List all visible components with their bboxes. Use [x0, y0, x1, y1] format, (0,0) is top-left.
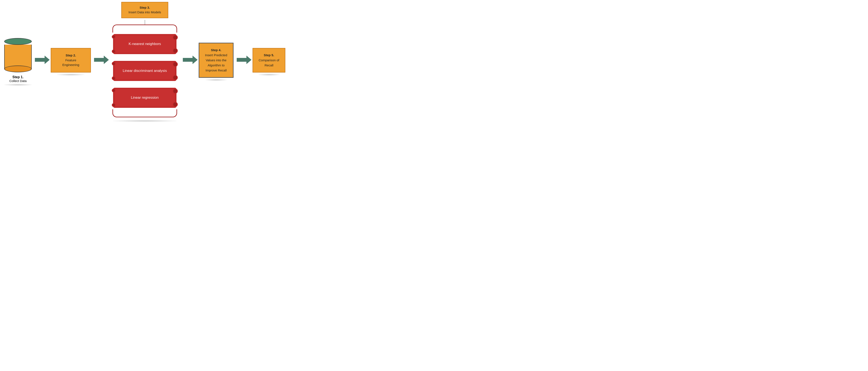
step3-num: Step 3. [128, 5, 161, 10]
connector-step3-scrolls [145, 20, 145, 25]
step3-box: Step 3. Insert Data into Models [121, 2, 168, 18]
diagram-container: Step 1. Collect Data Step 2. Feature Eng… [0, 0, 289, 124]
arrow1-head [44, 56, 50, 64]
scroll2-text: Linear discriminant analysis [123, 69, 167, 73]
scroll2-container: Linear discriminant analysis [113, 59, 177, 83]
main-flow: Step 1. Collect Data Step 2. Feature Eng… [0, 0, 289, 124]
center-column: Step 3. Insert Data into Models K-neares… [110, 2, 180, 122]
arrow2-head [104, 56, 109, 64]
scroll2-inner: Linear discriminant analysis [115, 62, 175, 80]
scrolls-shadow [113, 120, 177, 122]
step1-text: Collect Data [9, 79, 27, 83]
scroll1-inner: K-nearest neighbors [115, 35, 175, 53]
scrolls-group: K-nearest neighbors Linear discriminant … [110, 25, 180, 117]
step5-column: Step 5. Comparison of Recall [253, 48, 285, 76]
arrow4-head [246, 56, 251, 64]
scroll1-container: K-nearest neighbors [113, 32, 177, 56]
arrow3-shape [183, 56, 197, 64]
scroll3-knob-tl [112, 89, 116, 92]
step5-box: Step 5. Comparison of Recall [253, 48, 285, 72]
arrow2 [94, 56, 109, 64]
step2-box: Step 2. Feature Engineering [51, 48, 91, 72]
arrow1-shape [35, 56, 50, 64]
arrow3-head [192, 56, 197, 64]
scroll1-knob-tl [112, 35, 116, 39]
scroll3-text: Linear regression [131, 96, 158, 100]
scroll2-knob-tl [112, 62, 116, 65]
step1-column: Step 1. Collect Data [4, 38, 32, 86]
arrow4-shape [237, 56, 251, 64]
scroll1-knob-bl [112, 50, 116, 53]
arrow2-body [94, 58, 104, 62]
step4-num: Step 4. [203, 48, 229, 53]
step3-text: Insert Data into Models [128, 10, 161, 15]
step1-shadow [4, 84, 32, 86]
step5-text: Comparison of Recall [258, 58, 280, 68]
arrow2-shape [94, 56, 109, 64]
step4-shadow [206, 79, 227, 81]
step4-text: Insert Predicted Values into the Algorit… [203, 53, 229, 73]
scroll3-container: Linear regression [113, 86, 177, 110]
scroll3-inner: Linear regression [115, 89, 175, 106]
scroll2-box: Linear discriminant analysis [113, 61, 177, 81]
step2-shadow [57, 73, 85, 76]
step3-wrapper: Step 3. Insert Data into Models [121, 2, 168, 18]
step4-column: Step 4. Insert Predicted Values into the… [199, 43, 234, 81]
scroll3-knob-bl [112, 103, 116, 107]
scroll1-text: K-nearest neighbors [128, 42, 161, 46]
scroll3-box: Linear regression [113, 88, 177, 108]
step4-box: Step 4. Insert Predicted Values into the… [199, 43, 234, 78]
arrow4 [237, 56, 251, 64]
arrow1 [35, 56, 50, 64]
database-cylinder [4, 38, 32, 69]
step5-num: Step 5. [258, 53, 280, 58]
arrow3-body [183, 58, 192, 62]
arrow4-body [237, 58, 246, 62]
step5-shadow [258, 73, 280, 76]
scroll2-knob-bl [112, 76, 116, 80]
arrow3 [183, 56, 197, 64]
step2-num: Step 2. [57, 53, 85, 58]
arrow1-body [35, 58, 44, 62]
step1-num: Step 1. [9, 75, 27, 79]
step1-label: Step 1. Collect Data [9, 75, 27, 83]
step2-column: Step 2. Feature Engineering [51, 48, 91, 76]
scroll1-box: K-nearest neighbors [113, 34, 177, 54]
step2-text: Feature Engineering [57, 58, 85, 67]
